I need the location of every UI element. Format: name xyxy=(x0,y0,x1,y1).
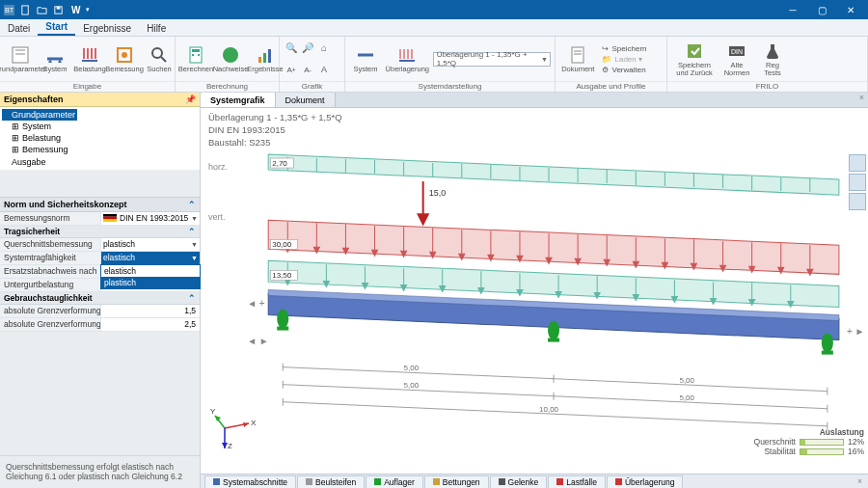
dist-load2-value: 13,50 xyxy=(272,272,292,281)
svg-text:◄ +: ◄ + xyxy=(247,299,265,310)
grp-eingabe-label: Eingabe xyxy=(0,81,175,92)
btab-gelenke[interactable]: Gelenke xyxy=(490,475,548,488)
font-smaller[interactable]: A- xyxy=(300,62,315,77)
grp-grafik-label: Grafik xyxy=(280,81,344,92)
help-text: Querschnittsbemessung erfolgt elastisch … xyxy=(0,455,200,488)
prop-systemtragfaehigkeit[interactable]: Systemtragfähigkeit elastisch▼ elastisch… xyxy=(0,252,200,265)
close-button[interactable]: ✕ xyxy=(837,0,864,19)
svg-text:5,00: 5,00 xyxy=(404,381,420,390)
font-reset[interactable]: A xyxy=(316,62,332,77)
grp-systemdarstellung-label: Systemdarstellung xyxy=(345,81,555,92)
btn-speichern-zurueck[interactable]: Speichern und Zurück xyxy=(671,41,718,76)
bottom-tabs-close[interactable]: × xyxy=(852,476,868,486)
app-dropdown-icon[interactable]: ▾ xyxy=(86,6,90,14)
btn-reg-tests[interactable]: Reg Tests xyxy=(756,41,789,76)
tree-node-ausgabe[interactable]: Ausgabe xyxy=(2,156,198,168)
svg-point-138 xyxy=(277,310,288,329)
prop-grenz-y[interactable]: absolute Grenzverformung in y [cm]1,5 xyxy=(0,305,200,318)
btn-system-view[interactable]: System xyxy=(349,45,382,73)
svg-rect-34 xyxy=(572,47,583,63)
btn-profile-verwalten[interactable]: ⚙Verwalten xyxy=(598,65,663,75)
folder-icon: 📁 xyxy=(602,55,611,64)
tree-node-belastung[interactable]: ⊞Belastung xyxy=(2,132,198,144)
section-tragsicherheit[interactable]: Tragsicherheit⌃ xyxy=(0,226,200,238)
svg-text:◄ ►: ◄ ► xyxy=(247,336,269,346)
prop-grenz-z[interactable]: absolute Grenzverformung in z [cm]2,5 xyxy=(0,318,200,332)
titlebar: BT W ▾ ─ ▢ ✕ xyxy=(0,0,868,19)
svg-text:DIN: DIN xyxy=(731,48,743,55)
btn-suchen[interactable]: Suchen xyxy=(143,45,176,73)
svg-rect-27 xyxy=(268,49,271,63)
btab-beulsteifen[interactable]: Beulsteifen xyxy=(297,475,365,488)
maximize-button[interactable]: ▢ xyxy=(808,0,835,19)
btab-lastfaelle[interactable]: Lastfälle xyxy=(548,475,606,488)
tree-node-grundparameter[interactable]: Grundparameter xyxy=(2,109,77,121)
tab-dokument[interactable]: Dokument xyxy=(276,93,336,107)
svg-text:10,00: 10,00 xyxy=(539,405,559,414)
opt-elastisch[interactable]: elastisch xyxy=(101,265,200,277)
btn-ueberlagerung[interactable]: Überlagerung xyxy=(384,45,431,73)
new-icon[interactable] xyxy=(20,5,31,15)
btn-grundparameter[interactable]: Grundparameter xyxy=(4,45,37,73)
svg-rect-139 xyxy=(277,327,288,331)
svg-rect-5 xyxy=(13,47,28,63)
btn-profile-laden[interactable]: 📁Laden ▾ xyxy=(598,54,663,65)
flag-de-icon xyxy=(103,214,117,222)
btn-ergebnisse[interactable]: Ergebnisse xyxy=(249,45,282,73)
grp-berechnung-label: Berechnung xyxy=(176,81,279,92)
section-norm[interactable]: Norm und Sicherheitskonzept⌃ xyxy=(0,197,200,212)
menu-ergebnisse[interactable]: Ergebnisse xyxy=(75,21,139,36)
coord-gizmo: X Y Z xyxy=(210,404,258,452)
btab-auflager[interactable]: Auflager xyxy=(366,475,423,488)
open-icon[interactable] xyxy=(37,5,47,15)
minimize-button[interactable]: ─ xyxy=(779,0,806,19)
menu-datei[interactable]: Datei xyxy=(0,21,38,36)
bemessung-icon xyxy=(115,45,134,65)
svg-rect-23 xyxy=(198,54,200,56)
btab-systemabschnitte[interactable]: Systemabschnitte xyxy=(204,475,296,488)
save-back-icon xyxy=(685,41,704,61)
system-icon xyxy=(45,45,65,65)
btn-alte-normen[interactable]: DINAlte Normen xyxy=(719,41,754,76)
document-icon xyxy=(568,45,587,65)
canvas[interactable]: horz. vert. 2,70 xyxy=(201,152,868,474)
font-bigger[interactable]: A+ xyxy=(284,62,299,77)
app-letter: W xyxy=(71,5,80,15)
btn-belastung[interactable]: Belastung xyxy=(73,45,106,73)
collapse-icon: ⌃ xyxy=(188,200,196,209)
grp-frilo-label: FRILO xyxy=(667,81,867,92)
overlay-combo[interactable]: Überlagerung 1 - 1,35*G + 1,5*Q▼ xyxy=(433,52,551,67)
tree-node-bemessung[interactable]: ⊞Bemessung xyxy=(2,144,198,155)
svg-text:5,00: 5,00 xyxy=(404,364,420,372)
svg-text:X: X xyxy=(251,419,257,427)
chevron-down-icon: ▼ xyxy=(541,56,548,63)
beam-diagram: 2,70 15,0 xyxy=(201,152,868,474)
btn-dokument[interactable]: Dokument xyxy=(559,45,596,73)
opt-plastisch[interactable]: plastisch xyxy=(101,277,200,288)
svg-rect-22 xyxy=(192,54,194,56)
btn-bemessung[interactable]: Bemessung xyxy=(108,45,141,73)
btn-profile-speichern[interactable]: ↪Speichern xyxy=(598,43,663,54)
tabs-close-icon[interactable]: × xyxy=(855,93,868,107)
zoom-out-icon[interactable]: 🔎 xyxy=(300,41,315,56)
btab-bettungen[interactable]: Bettungen xyxy=(424,475,489,488)
section-gebrauchstauglichkeit[interactable]: Gebrauchstauglichkeit⌃ xyxy=(0,292,200,305)
menu-hilfe[interactable]: Hilfe xyxy=(139,21,174,36)
menu-start[interactable]: Start xyxy=(38,19,75,36)
prop-bemessungsnorm[interactable]: Bemessungsnorm DIN EN 1993:2015▼ xyxy=(0,212,200,226)
zoom-in-icon[interactable]: 🔍 xyxy=(284,41,299,56)
home-icon[interactable]: ⌂ xyxy=(316,41,332,56)
tree-node-system[interactable]: ⊞System xyxy=(2,121,198,132)
btn-nachweise[interactable]: Nachweise xyxy=(214,45,247,73)
svg-point-142 xyxy=(822,334,833,353)
btn-system[interactable]: System xyxy=(39,45,71,73)
btab-ueberlagerung[interactable]: Überlagerung xyxy=(607,475,684,488)
prop-querschnitt[interactable]: Querschnittsbemessungplastisch▼ xyxy=(0,238,200,252)
tab-systemgrafik[interactable]: Systemgrafik xyxy=(201,93,276,107)
pin-icon[interactable]: 📌 xyxy=(185,95,196,104)
svg-text:Y: Y xyxy=(210,407,216,416)
svg-point-17 xyxy=(122,52,127,58)
grp-ausgabe-label: Ausgabe und Profile xyxy=(556,81,666,92)
save-icon[interactable] xyxy=(53,5,64,15)
btn-berechnen[interactable]: Berechnen xyxy=(179,45,212,73)
